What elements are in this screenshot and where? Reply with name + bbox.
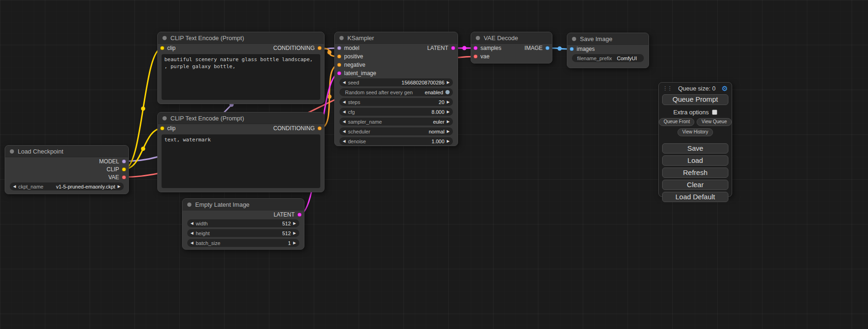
queue-front-button[interactable]: Queue Front [659, 118, 694, 126]
output-slot-row: MODEL [5, 157, 128, 165]
queue-panel: ⋮⋮ Queue size: 0 ⚙ Queue Prompt Extra op… [658, 82, 732, 197]
node-title-bar[interactable]: VAE Decode [471, 32, 552, 44]
toggle-on-icon[interactable] [445, 90, 450, 94]
increment-icon[interactable]: ▶ [447, 140, 450, 143]
node-title-bar[interactable]: CLIP Text Encode (Prompt) [158, 112, 324, 124]
clip-input-dot[interactable] [160, 46, 164, 50]
drag-handle-icon[interactable]: ⋮⋮ [663, 86, 672, 91]
decrement-icon[interactable]: ◀ [191, 222, 193, 225]
queue-prompt-button[interactable]: Queue Prompt [662, 94, 728, 105]
node-load-checkpoint[interactable]: Load Checkpoint MODEL CLIP VAE ◀ ckpt_na… [5, 145, 129, 194]
conditioning-output-dot[interactable] [318, 126, 322, 131]
refresh-button[interactable]: Refresh [662, 168, 728, 178]
image-output-dot[interactable] [545, 46, 550, 50]
collapse-dot-icon[interactable] [10, 149, 14, 154]
node-title: Load Checkpoint [18, 148, 64, 155]
output-label-model: MODEL [99, 158, 119, 165]
collapse-dot-icon[interactable] [162, 36, 167, 40]
steps-widget[interactable]: ◀ steps 20 ▶ [339, 98, 453, 106]
cfg-widget[interactable]: ◀ cfg 8.000 ▶ [339, 108, 453, 116]
collapse-dot-icon[interactable] [187, 203, 191, 207]
increment-icon[interactable]: ▶ [118, 185, 120, 189]
scheduler-widget[interactable]: ◀ scheduler normal ▶ [339, 127, 453, 135]
images-input-dot[interactable] [570, 47, 574, 51]
decrement-icon[interactable]: ◀ [343, 110, 346, 114]
node-title: KSampler [347, 35, 374, 42]
seed-widget[interactable]: ◀ seed 156680208700286 ▶ [339, 78, 453, 86]
clip-input-dot[interactable] [160, 126, 164, 131]
model-output-dot[interactable] [122, 159, 126, 163]
increment-icon[interactable]: ▶ [447, 110, 450, 114]
collapse-dot-icon[interactable] [572, 37, 576, 41]
decrement-icon[interactable]: ◀ [13, 185, 16, 189]
load-button[interactable]: Load [662, 155, 728, 166]
denoise-widget[interactable]: ◀ denoise 1.000 ▶ [339, 137, 453, 145]
widget-value: normal [429, 129, 445, 134]
widget-value: 512 [282, 221, 290, 226]
node-title-bar[interactable]: Save Image [567, 33, 649, 45]
node-title-bar[interactable]: CLIP Text Encode (Prompt) [158, 32, 324, 44]
height-widget[interactable]: ◀ height 512 ▶ [187, 229, 299, 237]
decrement-icon[interactable]: ◀ [191, 231, 193, 235]
width-widget[interactable]: ◀ width 512 ▶ [187, 219, 299, 227]
node-vae-decode[interactable]: VAE Decode samples IMAGE vae [471, 32, 552, 63]
increment-icon[interactable]: ▶ [293, 241, 296, 245]
decrement-icon[interactable]: ◀ [343, 81, 346, 84]
widget-value: 8.000 [431, 109, 445, 115]
collapse-dot-icon[interactable] [339, 36, 344, 40]
increment-icon[interactable]: ▶ [447, 130, 450, 133]
increment-icon[interactable]: ▶ [447, 100, 450, 104]
negative-input-dot[interactable] [337, 63, 341, 67]
node-empty-latent-image[interactable]: Empty Latent Image LATENT ◀ width 512 ▶ … [182, 198, 304, 250]
collapse-dot-icon[interactable] [476, 36, 480, 40]
collapse-dot-icon[interactable] [162, 116, 167, 120]
latent-output-dot[interactable] [451, 46, 455, 50]
prompt-textarea[interactable]: beautiful scenery nature glass bottle la… [162, 54, 320, 100]
prompt-textarea[interactable]: text, watermark [162, 134, 320, 188]
widget-value: v1-5-pruned-emaonly.ckpt [56, 184, 115, 189]
decrement-icon[interactable]: ◀ [343, 140, 346, 143]
view-queue-button[interactable]: View Queue [697, 118, 731, 126]
conditioning-output-dot[interactable] [318, 46, 322, 50]
positive-input-dot[interactable] [337, 55, 341, 59]
settings-gear-icon[interactable]: ⚙ [722, 85, 728, 92]
decrement-icon[interactable]: ◀ [343, 130, 346, 133]
vae-input-dot[interactable] [473, 55, 478, 59]
node-clip-text-encode-negative[interactable]: CLIP Text Encode (Prompt) clip CONDITION… [157, 112, 325, 192]
extra-options-checkbox[interactable] [712, 110, 717, 115]
increment-icon[interactable]: ▶ [447, 120, 450, 124]
random-seed-toggle-widget[interactable]: Random seed after every gen enabled [339, 88, 453, 96]
clear-button[interactable]: Clear [662, 180, 728, 190]
output-slot-row: LATENT [183, 210, 304, 218]
output-label-vae: VAE [108, 174, 119, 181]
load-default-button[interactable]: Load Default [662, 192, 728, 202]
latent-image-input-dot[interactable] [337, 71, 341, 76]
sampler-name-widget[interactable]: ◀ sampler_name euler ▶ [339, 118, 453, 126]
node-title-bar[interactable]: Load Checkpoint [5, 146, 128, 157]
node-save-image[interactable]: Save Image images filename_prefix ComfyU… [567, 33, 649, 68]
samples-input-dot[interactable] [473, 46, 478, 50]
decrement-icon[interactable]: ◀ [191, 241, 193, 245]
decrement-icon[interactable]: ◀ [343, 120, 346, 124]
input-label-clip: clip [167, 45, 176, 51]
clip-output-dot[interactable] [122, 167, 126, 171]
node-ksampler[interactable]: KSampler model LATENT positive negative … [334, 32, 458, 146]
view-history-button[interactable]: View History [677, 128, 713, 136]
batch-size-widget[interactable]: ◀ batch_size 1 ▶ [187, 239, 299, 247]
increment-icon[interactable]: ▶ [447, 81, 450, 84]
model-input-dot[interactable] [337, 46, 341, 50]
decrement-icon[interactable]: ◀ [343, 100, 346, 104]
vae-output-dot[interactable] [122, 175, 126, 179]
node-title-bar[interactable]: Empty Latent Image [183, 199, 304, 210]
save-button[interactable]: Save [662, 143, 728, 154]
increment-icon[interactable]: ▶ [293, 231, 296, 235]
output-label-latent: LATENT [274, 211, 295, 218]
slot-row: samples IMAGE [471, 44, 552, 52]
node-title-bar[interactable]: KSampler [335, 32, 458, 44]
latent-output-dot[interactable] [297, 212, 302, 217]
node-clip-text-encode-positive[interactable]: CLIP Text Encode (Prompt) clip CONDITION… [157, 32, 325, 104]
increment-icon[interactable]: ▶ [293, 222, 296, 225]
filename-prefix-widget[interactable]: filename_prefix ComfyUI [572, 54, 644, 62]
slot-row: positive [335, 52, 458, 61]
ckpt-name-widget[interactable]: ◀ ckpt_name v1-5-pruned-emaonly.ckpt ▶ [10, 182, 124, 190]
